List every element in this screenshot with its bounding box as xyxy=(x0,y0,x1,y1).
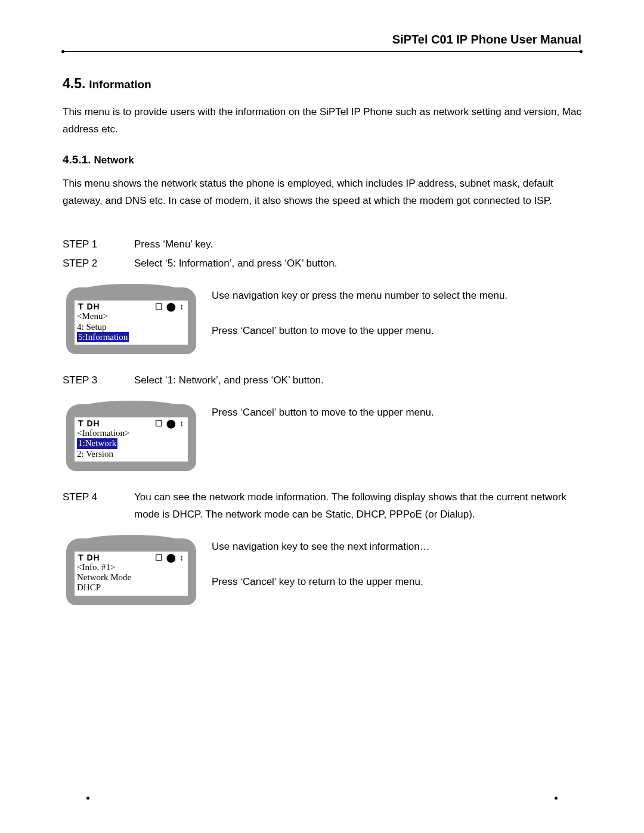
page-header: SiPTel C01 IP Phone User Manual xyxy=(63,33,581,52)
lcd-status-left: T DH xyxy=(78,419,100,428)
section-intro: This menu is to provide users with the i… xyxy=(63,104,581,138)
lcd-row: 2: Version xyxy=(77,449,185,459)
lcd-row: DHCP xyxy=(77,583,185,593)
step-4: STEP 4 You can see the network mode info… xyxy=(63,489,581,524)
subsection-heading: 4.5.1. Network xyxy=(63,153,581,166)
note-text: Press ‘Cancel’ key to return to the uppe… xyxy=(212,574,581,591)
lcd-status-left: T DH xyxy=(78,553,100,562)
step-text: Select ‘1: Network’, and press ‘OK’ butt… xyxy=(134,372,581,389)
note-text: Use navigation key to see the next infor… xyxy=(212,538,581,556)
step-label: STEP 2 xyxy=(63,255,134,272)
phone-screen-2: T DH ☐ ⬤ ↕ <Information> 1:Network 2: Ve… xyxy=(66,404,196,471)
lcd-status-left: T DH xyxy=(78,302,100,311)
lcd-row: 4: Setup xyxy=(77,322,185,332)
figure-block-3: T DH ☐ ⬤ ↕ <Info. #1> Network Mode DHCP … xyxy=(63,538,581,605)
lcd-title: <Info. #1> xyxy=(77,562,185,572)
step-1: STEP 1 Press ‘Menu’ key. xyxy=(63,236,581,253)
lcd-row: Network Mode xyxy=(77,572,185,583)
step-label: STEP 4 xyxy=(63,489,134,524)
footer-dots xyxy=(63,797,581,800)
step-label: STEP 1 xyxy=(63,236,134,253)
section-number: 4.5. xyxy=(63,76,85,91)
note-text: Press ‘Cancel’ button to move to the upp… xyxy=(212,404,581,422)
step-3: STEP 3 Select ‘1: Network’, and press ‘O… xyxy=(63,372,581,389)
subsection-intro: This menu shows the network status the p… xyxy=(63,175,581,210)
manual-title: SiPTel C01 IP Phone User Manual xyxy=(63,33,581,47)
lcd-row-selected: 1:Network xyxy=(77,438,117,448)
lcd: T DH ☐ ⬤ ↕ <Information> 1:Network 2: Ve… xyxy=(75,417,188,462)
section-title: Information xyxy=(89,78,151,91)
lcd: T DH ☐ ⬤ ↕ <Info. #1> Network Mode DHCP xyxy=(75,552,188,596)
step-text: You can see the network mode information… xyxy=(134,489,581,524)
phone-screen-3: T DH ☐ ⬤ ↕ <Info. #1> Network Mode DHCP xyxy=(66,538,196,605)
step-text: Select ‘5: Information’, and press ‘OK’ … xyxy=(134,255,581,272)
step-label: STEP 3 xyxy=(63,372,134,389)
note-text: Press ‘Cancel’ button to move to the upp… xyxy=(212,323,581,340)
subsection-title: Network xyxy=(94,154,134,166)
note-text: Use navigation key or press the menu num… xyxy=(212,287,581,305)
section-heading: 4.5. Information xyxy=(63,76,581,92)
step-text: Press ‘Menu’ key. xyxy=(134,236,581,253)
lcd-title: <Menu> xyxy=(77,311,185,321)
step-2: STEP 2 Select ‘5: Information’, and pres… xyxy=(63,255,581,272)
figure-block-2: T DH ☐ ⬤ ↕ <Information> 1:Network 2: Ve… xyxy=(63,404,581,471)
lcd-status-right: ☐ ⬤ ↕ xyxy=(155,553,184,562)
figure-block-1: T DH ☐ ⬤ ↕ <Menu> 4: Setup 5:Information… xyxy=(63,287,581,354)
lcd-status-right: ☐ ⬤ ↕ xyxy=(155,419,184,428)
lcd: T DH ☐ ⬤ ↕ <Menu> 4: Setup 5:Information xyxy=(75,301,188,345)
header-rule xyxy=(63,51,581,52)
lcd-status-right: ☐ ⬤ ↕ xyxy=(155,302,184,311)
manual-page: SiPTel C01 IP Phone User Manual 4.5. Inf… xyxy=(0,0,644,833)
lcd-row-selected: 5:Information xyxy=(77,332,129,342)
lcd-title: <Information> xyxy=(77,428,185,438)
phone-screen-1: T DH ☐ ⬤ ↕ <Menu> 4: Setup 5:Information xyxy=(66,287,196,354)
subsection-number: 4.5.1. xyxy=(63,153,91,166)
